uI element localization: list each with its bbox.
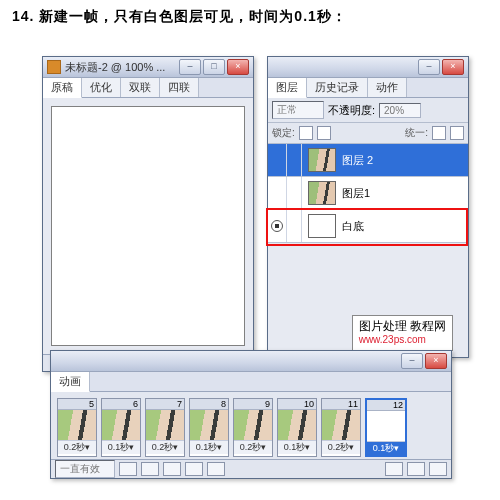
- frame-number: 5: [58, 399, 96, 410]
- tab-layers[interactable]: 图层: [268, 78, 307, 98]
- animation-frame[interactable]: 80.1秒▾: [189, 398, 229, 457]
- frame-duration[interactable]: 0.2秒▾: [146, 440, 184, 454]
- layers-panel: – × 图层 历史记录 动作 正常 不透明度: 20% 锁定: 统一:: [267, 56, 469, 358]
- link-cell[interactable]: [287, 177, 302, 209]
- document-titlebar[interactable]: 未标题-2 @ 100% ... – □ ×: [43, 57, 253, 78]
- lock-pixels-icon[interactable]: [317, 126, 331, 140]
- lock-transparency-icon[interactable]: [299, 126, 313, 140]
- blend-mode-select[interactable]: 正常: [272, 101, 324, 119]
- visibility-toggle[interactable]: [268, 210, 287, 242]
- tab-optimized[interactable]: 优化: [82, 78, 121, 97]
- panel-close-button[interactable]: ×: [425, 353, 447, 369]
- layer-name[interactable]: 图层 2: [342, 153, 373, 168]
- frame-duration[interactable]: 0.2秒▾: [234, 440, 272, 454]
- frame-duration[interactable]: 0.2秒▾: [322, 440, 360, 454]
- animation-frame[interactable]: 90.2秒▾: [233, 398, 273, 457]
- animation-titlebar[interactable]: – ×: [51, 351, 451, 372]
- layer-row[interactable]: 白底: [268, 210, 468, 243]
- frames-strip: 50.2秒▾60.1秒▾70.2秒▾80.1秒▾90.2秒▾100.1秒▾110…: [51, 392, 451, 459]
- layers-panel-titlebar[interactable]: – ×: [268, 57, 468, 78]
- frame-number: 11: [322, 399, 360, 410]
- unify-icon-2[interactable]: [450, 126, 464, 140]
- animation-frame[interactable]: 60.1秒▾: [101, 398, 141, 457]
- frame-duration[interactable]: 0.1秒▾: [190, 440, 228, 454]
- layer-row[interactable]: 图层1: [268, 177, 468, 210]
- panel-min-button[interactable]: –: [401, 353, 423, 369]
- app-icon: [47, 60, 61, 74]
- frame-thumbnail: [278, 410, 316, 440]
- close-button[interactable]: ×: [227, 59, 249, 75]
- document-tabs: 原稿 优化 双联 四联: [43, 78, 253, 98]
- frame-thumbnail: [58, 410, 96, 440]
- tab-history[interactable]: 历史记录: [307, 78, 368, 97]
- tab-animation[interactable]: 动画: [51, 372, 90, 392]
- opacity-select[interactable]: 20%: [379, 103, 421, 118]
- frame-number: 7: [146, 399, 184, 410]
- layer-thumbnail[interactable]: [308, 214, 336, 238]
- animation-panel: – × 动画 50.2秒▾60.1秒▾70.2秒▾80.1秒▾90.2秒▾100…: [50, 350, 452, 479]
- frame-duration[interactable]: 0.1秒▾: [278, 440, 316, 454]
- visibility-toggle[interactable]: [268, 144, 287, 176]
- layer-thumbnail[interactable]: [308, 181, 336, 205]
- document-window: 未标题-2 @ 100% ... – □ × 原稿 优化 双联 四联 100% …: [42, 56, 254, 372]
- first-frame-button[interactable]: [119, 462, 137, 476]
- tab-original[interactable]: 原稿: [43, 78, 82, 98]
- layer-name[interactable]: 图层1: [342, 186, 370, 201]
- step-instruction: 14. 新建一帧，只有白色图层可见，时间为0.1秒：: [12, 8, 488, 26]
- animation-frame[interactable]: 100.1秒▾: [277, 398, 317, 457]
- tutorial-watermark: 图片处理 教程网 www.23ps.com: [352, 315, 453, 351]
- frame-thumbnail: [102, 410, 140, 440]
- lock-label: 锁定:: [272, 126, 295, 140]
- layer-thumbnail[interactable]: [308, 148, 336, 172]
- minimize-button[interactable]: –: [179, 59, 201, 75]
- prev-frame-button[interactable]: [141, 462, 159, 476]
- play-button[interactable]: [163, 462, 181, 476]
- link-cell[interactable]: [287, 210, 302, 242]
- eye-icon: [271, 220, 283, 232]
- frame-thumbnail: [322, 410, 360, 440]
- layers-list: 图层 2 图层1 白底: [268, 144, 468, 243]
- new-frame-button[interactable]: [407, 462, 425, 476]
- delete-frame-button[interactable]: [429, 462, 447, 476]
- loop-select[interactable]: 一直有效: [55, 460, 115, 478]
- document-title: 未标题-2 @ 100% ...: [65, 60, 165, 75]
- frame-number: 6: [102, 399, 140, 410]
- tab-2up[interactable]: 双联: [121, 78, 160, 97]
- visibility-toggle[interactable]: [268, 177, 287, 209]
- layer-row[interactable]: 图层 2: [268, 144, 468, 177]
- frame-duration[interactable]: 0.2秒▾: [58, 440, 96, 454]
- frame-thumbnail: [367, 411, 405, 441]
- panel-min-button[interactable]: –: [418, 59, 440, 75]
- frame-number: 12: [367, 400, 405, 411]
- unify-label: 统一:: [405, 126, 428, 140]
- tab-4up[interactable]: 四联: [160, 78, 199, 97]
- animation-frame[interactable]: 110.2秒▾: [321, 398, 361, 457]
- unify-icon-1[interactable]: [432, 126, 446, 140]
- animation-frame[interactable]: 120.1秒▾: [365, 398, 407, 457]
- frame-duration[interactable]: 0.1秒▾: [102, 440, 140, 454]
- canvas[interactable]: [51, 106, 245, 346]
- frame-duration[interactable]: 0.1秒▾: [367, 441, 405, 455]
- frame-number: 8: [190, 399, 228, 410]
- frame-thumbnail: [146, 410, 184, 440]
- animation-frame[interactable]: 70.2秒▾: [145, 398, 185, 457]
- tab-actions[interactable]: 动作: [368, 78, 407, 97]
- last-frame-button[interactable]: [207, 462, 225, 476]
- panel-close-button[interactable]: ×: [442, 59, 464, 75]
- next-frame-button[interactable]: [185, 462, 203, 476]
- frame-thumbnail: [190, 410, 228, 440]
- frame-number: 9: [234, 399, 272, 410]
- link-cell[interactable]: [287, 144, 302, 176]
- layer-name[interactable]: 白底: [342, 219, 364, 234]
- animation-frame[interactable]: 50.2秒▾: [57, 398, 97, 457]
- opacity-label: 不透明度:: [328, 103, 375, 118]
- maximize-button[interactable]: □: [203, 59, 225, 75]
- layers-panel-tabs: 图层 历史记录 动作: [268, 78, 468, 98]
- frame-thumbnail: [234, 410, 272, 440]
- tween-button[interactable]: [385, 462, 403, 476]
- frame-number: 10: [278, 399, 316, 410]
